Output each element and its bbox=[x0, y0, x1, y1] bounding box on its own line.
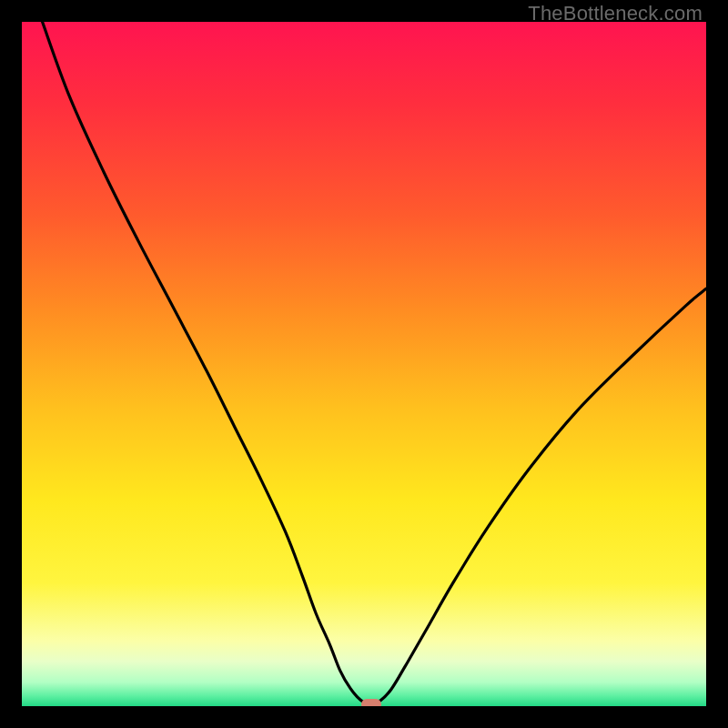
watermark-text: TheBottleneck.com bbox=[528, 2, 703, 25]
plot-area bbox=[22, 22, 706, 706]
optimal-point-marker bbox=[361, 699, 381, 706]
bottleneck-curve bbox=[22, 22, 706, 706]
chart-frame: TheBottleneck.com bbox=[0, 0, 728, 728]
